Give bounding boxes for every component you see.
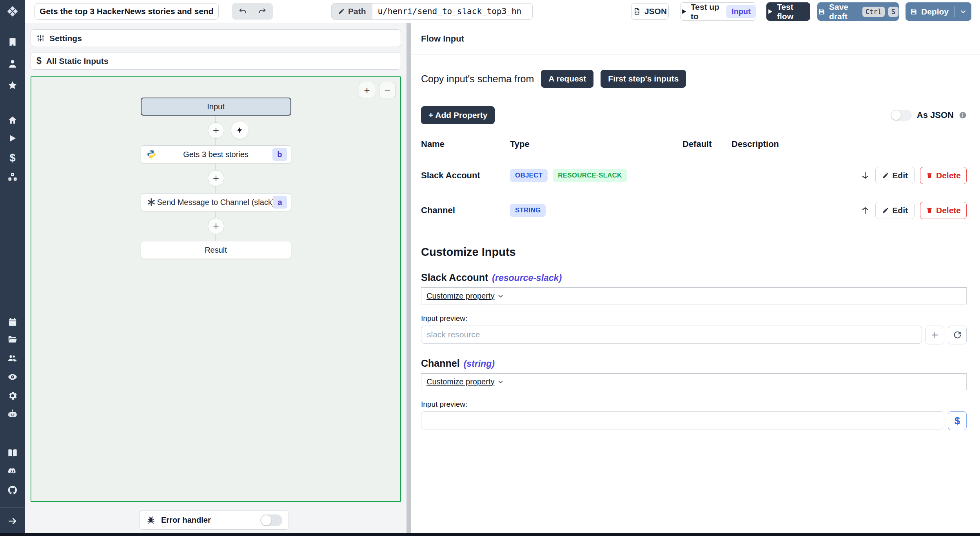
move-down-icon[interactable]	[860, 171, 870, 180]
add-step-plus-icon[interactable]	[208, 122, 224, 139]
test-flow-button[interactable]: Test flow	[766, 2, 810, 21]
zoom-controls: + −	[359, 82, 396, 98]
chevron-down-icon	[497, 293, 504, 300]
customize-inputs-title: Customize Inputs	[421, 246, 967, 259]
edge-line	[216, 139, 216, 145]
section-type-hint: (resource-slack)	[492, 273, 562, 283]
undo-icon[interactable]	[234, 4, 251, 19]
save-floppy-icon	[910, 8, 918, 16]
table-row: Channel STRING Edit Delete	[421, 193, 967, 228]
connector	[208, 163, 224, 193]
copy-from-request-button[interactable]: A request	[541, 70, 593, 88]
all-static-inputs-button[interactable]: $ All Static Inputs	[31, 52, 401, 70]
variables-dollar-icon[interactable]: $	[9, 152, 15, 164]
test-flow-label: Test flow	[777, 2, 810, 21]
folders-icon[interactable]	[7, 334, 18, 344]
trigger-bolt-icon[interactable]	[231, 121, 249, 139]
flow-graph-canvas[interactable]: + − Input	[31, 76, 401, 502]
user-icon[interactable]	[7, 59, 18, 69]
copy-from-request-label: A request	[548, 74, 586, 83]
test-up-to-button[interactable]: Test up to Input	[680, 2, 756, 21]
save-floppy-icon	[818, 8, 826, 16]
runs-play-icon[interactable]	[8, 134, 17, 143]
settings-gear-icon[interactable]	[7, 391, 18, 401]
copy-from-first-step-button[interactable]: First step's inputs	[601, 70, 686, 88]
flow-node-result[interactable]: Result	[141, 241, 291, 259]
add-property-label: + Add Property	[428, 110, 487, 120]
properties-table-header: Name Type Default Description	[421, 139, 967, 158]
settings-button[interactable]: Settings	[31, 29, 401, 47]
col-header-name: Name	[421, 139, 510, 149]
insert-variable-dollar-button[interactable]: $	[948, 411, 967, 430]
customize-property-label: Customize property	[426, 292, 494, 301]
windmill-flow-editor: $	[0, 0, 980, 536]
edge-line	[216, 211, 216, 218]
channel-input[interactable]	[421, 411, 944, 429]
resources-cubes-icon[interactable]	[7, 172, 18, 182]
section-title: Channel (string)	[421, 358, 967, 369]
deploy-button[interactable]: Deploy	[906, 2, 971, 21]
customize-property-label: Customize property	[426, 377, 494, 386]
audit-eye-icon[interactable]	[7, 372, 18, 382]
star-icon[interactable]	[7, 80, 18, 91]
flow-node-input[interactable]: Input	[141, 98, 291, 116]
groups-users-gear-icon[interactable]	[7, 353, 18, 364]
zoom-in-button[interactable]: +	[359, 82, 375, 98]
col-header-type: Type	[510, 139, 682, 149]
as-json-toggle[interactable]	[891, 110, 912, 121]
add-step-plus-icon[interactable]	[208, 218, 224, 234]
flow-title-input[interactable]	[34, 3, 219, 20]
copy-schema-row: Copy input's schema from A request First…	[421, 70, 967, 88]
delete-button[interactable]: Delete	[920, 202, 967, 219]
redo-icon[interactable]	[254, 4, 271, 19]
flow-node-step-b[interactable]: Gets 3 best stories b	[141, 145, 291, 163]
panel-splitter[interactable]	[407, 23, 411, 536]
customize-property-toggle[interactable]: Customize property	[426, 292, 504, 301]
edit-button[interactable]: Edit	[875, 167, 915, 184]
move-up-icon[interactable]	[860, 206, 870, 215]
home-icon[interactable]	[7, 115, 18, 125]
json-button[interactable]: JSON	[631, 3, 669, 20]
json-button-label: JSON	[644, 7, 667, 16]
path-edit-button[interactable]: Path	[332, 4, 372, 19]
workspace-building-icon[interactable]	[7, 37, 18, 47]
test-up-to-target-badge: Input	[726, 5, 756, 18]
all-static-inputs-label: All Static Inputs	[46, 56, 109, 66]
python-icon	[147, 150, 156, 159]
add-property-button[interactable]: + Add Property	[421, 106, 495, 124]
save-draft-button[interactable]: Save draft Ctrl S	[817, 2, 899, 21]
step-id-badge: b	[272, 148, 287, 161]
slack-resource-input[interactable]	[421, 326, 922, 344]
discord-icon[interactable]	[7, 466, 18, 477]
section-title: Slack Account (resource-slack)	[421, 272, 967, 283]
chevron-down-icon	[497, 378, 504, 386]
docs-book-icon[interactable]	[7, 448, 18, 458]
delete-button[interactable]: Delete	[920, 167, 967, 184]
edge-line	[216, 234, 216, 241]
add-step-plus-icon[interactable]	[208, 170, 224, 187]
zoom-out-button[interactable]: −	[379, 82, 396, 98]
connector	[208, 211, 224, 241]
sliders-icon	[36, 34, 45, 42]
github-icon[interactable]	[7, 485, 18, 496]
edit-button[interactable]: Edit	[875, 202, 915, 219]
expand-arrow-right-icon[interactable]	[7, 516, 18, 527]
ai-robot-icon[interactable]	[7, 409, 18, 420]
flow-node-step-a[interactable]: Send Message to Channel (slack) a	[141, 193, 291, 211]
button-divider	[954, 6, 955, 17]
customize-property-toggle[interactable]: Customize property	[426, 377, 504, 386]
section-name: Slack Account	[421, 272, 488, 283]
error-handler-box[interactable]: Error handler	[140, 511, 289, 530]
test-up-to-label: Test up to	[691, 2, 723, 21]
refresh-icon[interactable]	[948, 326, 967, 344]
info-icon[interactable]	[959, 111, 967, 119]
section-name: Channel	[421, 358, 460, 369]
error-handler-toggle[interactable]	[260, 514, 282, 526]
add-resource-plus-icon[interactable]	[926, 326, 944, 344]
delete-label: Delete	[936, 206, 961, 215]
deploy-label: Deploy	[921, 7, 949, 16]
deploy-dropdown-chevron-icon[interactable]	[959, 8, 967, 16]
flow-editor-panel: Settings $ All Static Inputs + − Input	[25, 23, 407, 536]
schedules-calendar-icon[interactable]	[7, 317, 18, 327]
path-value-input[interactable]	[372, 7, 532, 16]
